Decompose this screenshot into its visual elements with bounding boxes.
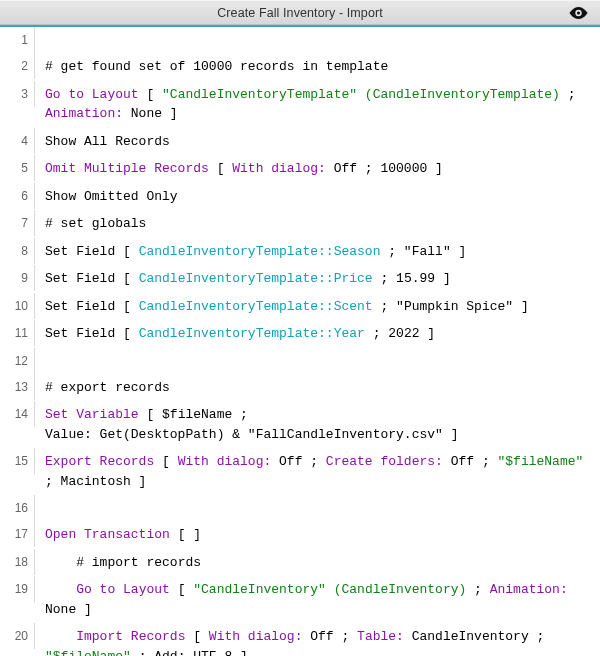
script-line[interactable]: 1 (0, 27, 600, 53)
line-number: 10 (0, 293, 35, 319)
script-code: Show Omitted Only (35, 183, 600, 211)
script-line[interactable]: 10 Set Field [ CandleInventoryTemplate::… (0, 293, 600, 321)
script-line[interactable]: 7 # set globals (0, 210, 600, 238)
script-line[interactable]: 19 Go to Layout [ "CandleInventory" (Can… (0, 576, 600, 623)
line-number: 20 (0, 623, 35, 649)
script-code: Show All Records (35, 128, 600, 156)
script-line[interactable]: 15 Export Records [ With dialog: Off ; C… (0, 448, 600, 495)
line-number: 14 (0, 401, 35, 427)
script-line[interactable]: 20 Import Records [ With dialog: Off ; T… (0, 623, 600, 656)
script-line[interactable]: 14 Set Variable [ $fileName ; Value: Get… (0, 401, 600, 448)
script-code: Open Transaction [ ] (35, 521, 600, 549)
script-line[interactable]: 4 Show All Records (0, 128, 600, 156)
window-titlebar: Create Fall Inventory - Import (0, 0, 600, 25)
script-code: Set Field [ CandleInventoryTemplate::Sce… (35, 293, 600, 321)
script-line[interactable]: 6 Show Omitted Only (0, 183, 600, 211)
line-number: 2 (0, 53, 35, 79)
script-line[interactable]: 17 Open Transaction [ ] (0, 521, 600, 549)
line-number: 9 (0, 265, 35, 291)
script-code: Omit Multiple Records [ With dialog: Off… (35, 155, 600, 183)
window-title: Create Fall Inventory - Import (217, 6, 383, 20)
script-code: Set Field [ CandleInventoryTemplate::Pri… (35, 265, 600, 293)
script-code: # get found set of 10000 records in temp… (35, 53, 600, 81)
script-line[interactable]: 5 Omit Multiple Records [ With dialog: O… (0, 155, 600, 183)
script-line[interactable]: 16 (0, 495, 600, 521)
script-line[interactable]: 2 # get found set of 10000 records in te… (0, 53, 600, 81)
script-code (35, 27, 600, 35)
script-line[interactable]: 13 # export records (0, 374, 600, 402)
line-number: 1 (0, 27, 35, 53)
script-code: Export Records [ With dialog: Off ; Crea… (35, 448, 600, 495)
script-line[interactable]: 12 (0, 348, 600, 374)
line-number: 17 (0, 521, 35, 547)
script-code: Go to Layout [ "CandleInventory" (Candle… (35, 576, 600, 623)
line-number: 16 (0, 495, 35, 521)
script-line[interactable]: 3 Go to Layout [ "CandleInventoryTemplat… (0, 81, 600, 128)
line-number: 4 (0, 128, 35, 154)
script-line[interactable]: 9 Set Field [ CandleInventoryTemplate::P… (0, 265, 600, 293)
script-code: Import Records [ With dialog: Off ; Tabl… (35, 623, 600, 656)
script-code: # set globals (35, 210, 600, 238)
script-code: Set Variable [ $fileName ; Value: Get(De… (35, 401, 600, 448)
script-line[interactable]: 8 Set Field [ CandleInventoryTemplate::S… (0, 238, 600, 266)
line-number: 19 (0, 576, 35, 602)
svg-point-1 (577, 11, 580, 14)
line-number: 15 (0, 448, 35, 474)
line-number: 3 (0, 81, 35, 107)
script-line[interactable]: 11 Set Field [ CandleInventoryTemplate::… (0, 320, 600, 348)
line-number: 5 (0, 155, 35, 181)
line-number: 11 (0, 320, 35, 346)
line-number: 18 (0, 549, 35, 575)
line-number: 12 (0, 348, 35, 374)
line-number: 13 (0, 374, 35, 400)
script-code (35, 495, 600, 503)
script-code: Set Field [ CandleInventoryTemplate::Sea… (35, 238, 600, 266)
script-code: # import records (35, 549, 600, 577)
script-line[interactable]: 18 # import records (0, 549, 600, 577)
visibility-icon[interactable] (569, 7, 588, 19)
script-code: Set Field [ CandleInventoryTemplate::Yea… (35, 320, 600, 348)
script-code: Go to Layout [ "CandleInventoryTemplate"… (35, 81, 600, 128)
line-number: 7 (0, 210, 35, 236)
script-editor[interactable]: 1 2 # get found set of 10000 records in … (0, 27, 600, 656)
script-code: # export records (35, 374, 600, 402)
line-number: 8 (0, 238, 35, 264)
script-code (35, 348, 600, 356)
line-number: 6 (0, 183, 35, 209)
